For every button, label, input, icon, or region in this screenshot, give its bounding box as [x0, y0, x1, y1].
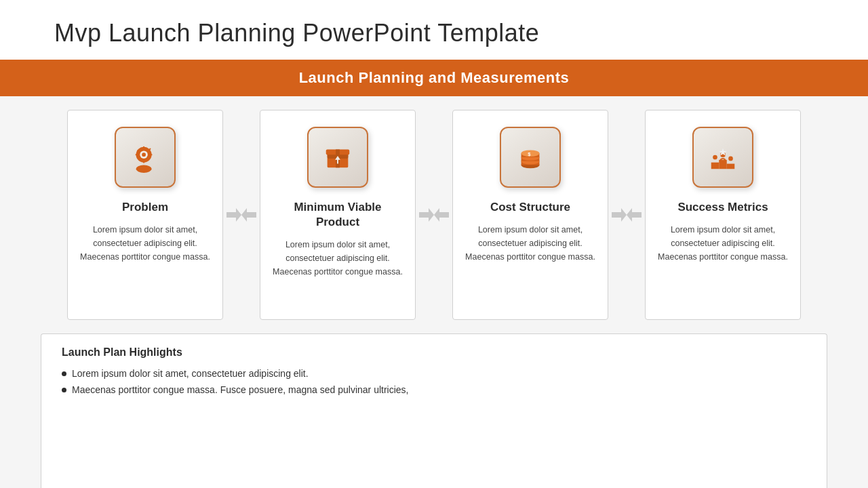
svg-text:$: $	[528, 151, 531, 157]
svg-marker-27	[612, 208, 627, 222]
card-problem: Problem Lorem ipsum dolor sit amet, cons…	[67, 110, 223, 320]
svg-marker-10	[226, 208, 241, 222]
svg-point-9	[136, 165, 152, 174]
coins-icon: $	[511, 138, 549, 176]
highlight-item-2: Maecenas porttitor congue massa. Fusce p…	[72, 384, 408, 395]
banner-text: Launch Planning and Measurements	[299, 69, 570, 86]
card-cost: $ Cost Structure Lorem ipsum dolor sit a…	[452, 110, 608, 320]
icon-box-problem	[115, 127, 176, 188]
cards-area: Problem Lorem ipsum dolor sit amet, cons…	[0, 96, 868, 327]
card-cost-title: Cost Structure	[490, 200, 570, 215]
svg-marker-28	[627, 208, 642, 222]
icon-box-mvp	[307, 127, 368, 188]
card-mvp-title: Minimum Viable Product	[273, 200, 403, 230]
svg-point-34	[728, 157, 733, 161]
svg-point-2	[142, 152, 146, 157]
card-problem-title: Problem	[122, 200, 168, 215]
svg-point-33	[713, 155, 717, 160]
svg-marker-18	[434, 208, 449, 222]
svg-marker-17	[419, 208, 434, 222]
svg-rect-29	[719, 160, 727, 169]
list-item: Lorem ipsum dolor sit amet, consectetuer…	[62, 368, 806, 379]
header: Mvp Launch Planning PowerPoint Template	[0, 0, 868, 60]
highlight-item-1: Lorem ipsum dolor sit amet, consectetuer…	[72, 368, 309, 379]
svg-rect-6	[150, 154, 153, 155]
svg-rect-4	[143, 161, 144, 163]
svg-rect-30	[711, 163, 719, 169]
svg-rect-3	[143, 146, 144, 149]
card-metrics-body: Lorem ipsum dolor sit amet, consectetuer…	[658, 223, 788, 264]
highlights-title: Launch Plan Highlights	[62, 346, 806, 359]
card-mvp-body: Lorem ipsum dolor sit amet, consectetuer…	[273, 238, 403, 279]
card-metrics-title: Success Metrics	[677, 200, 768, 215]
bullet-icon	[62, 388, 66, 392]
icon-box-cost: $	[500, 127, 561, 188]
brain-gear-icon	[126, 138, 164, 176]
card-problem-body: Lorem ipsum dolor sit amet, consectetuer…	[80, 223, 210, 264]
bullet-icon	[62, 371, 66, 376]
icon-box-metrics	[692, 127, 753, 188]
box-stack-icon	[319, 138, 357, 176]
page: Mvp Launch Planning PowerPoint Template …	[0, 0, 868, 488]
arrow-2	[416, 207, 452, 223]
svg-marker-11	[241, 208, 256, 222]
card-cost-body: Lorem ipsum dolor sit amet, consectetuer…	[465, 223, 595, 264]
svg-rect-5	[136, 154, 138, 155]
banner: Launch Planning and Measurements	[0, 60, 868, 96]
highlights-section: Launch Plan Highlights Lorem ipsum dolor…	[41, 333, 827, 488]
arrow-3	[608, 207, 645, 223]
card-metrics: Success Metrics Lorem ipsum dolor sit am…	[645, 110, 801, 320]
page-title: Mvp Launch Planning PowerPoint Template	[54, 19, 814, 47]
svg-rect-31	[727, 164, 735, 169]
list-item: Maecenas porttitor congue massa. Fusce p…	[62, 384, 806, 395]
card-mvp: Minimum Viable Product Lorem ipsum dolor…	[260, 110, 416, 320]
podium-icon	[704, 138, 742, 176]
highlights-list: Lorem ipsum dolor sit amet, consectetuer…	[62, 368, 806, 395]
arrow-1	[223, 207, 260, 223]
